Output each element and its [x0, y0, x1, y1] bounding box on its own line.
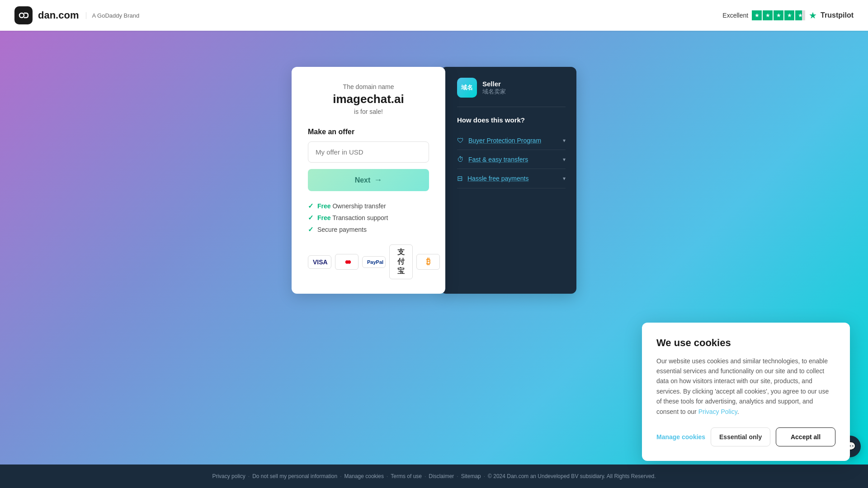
cookie-banner: We use cookies Our website uses cookies …: [642, 323, 850, 461]
footer-privacy-policy[interactable]: Privacy policy: [212, 473, 245, 479]
seller-panel: 域名 Seller 域名卖家 How does this work? 🛡 Buy…: [441, 67, 576, 294]
header: dan.com A GoDaddy Brand Excellent ★ ★ ★ …: [0, 0, 868, 31]
accordion-left-1: 🛡 Buyer Protection Program: [457, 136, 541, 144]
seller-header: 域名 Seller 域名卖家: [457, 78, 566, 107]
how-works-title: How does this work?: [457, 116, 566, 124]
payment-mastercard: ●●: [335, 254, 359, 270]
check-icon-3: ✓: [308, 225, 314, 234]
payment-visa: VISA: [308, 255, 331, 269]
feature-secure: ✓ Secure payments: [308, 225, 429, 234]
star-4: ★: [784, 10, 794, 20]
domain-status: is for sale!: [308, 108, 429, 115]
payment-paypal: PayPal: [362, 256, 386, 268]
offer-card: The domain name imagechat.ai is for sale…: [292, 67, 445, 294]
chevron-down-icon-2: ▾: [563, 156, 566, 163]
footer: Privacy policy · Do not sell my personal…: [0, 465, 868, 488]
buyer-protection-label: Buyer Protection Program: [468, 137, 541, 144]
accordion-buyer-protection-header[interactable]: 🛡 Buyer Protection Program ▾: [457, 136, 566, 144]
domain-name: imagechat.ai: [308, 92, 429, 106]
logo-area: dan.com A GoDaddy Brand: [14, 6, 139, 24]
accordion-left-3: ⊟ Hassle free payments: [457, 174, 528, 183]
cookie-actions: Manage cookies Essential only Accept all: [656, 427, 835, 446]
check-icon-2: ✓: [308, 214, 314, 222]
seller-info: Seller 域名卖家: [482, 80, 506, 96]
hassle-free-label: Hassle free payments: [467, 175, 528, 182]
footer-terms[interactable]: Terms of use: [391, 473, 422, 479]
chevron-down-icon-3: ▾: [563, 175, 566, 182]
footer-copyright: © 2024 Dan.com an Undeveloped BV subsidi…: [488, 473, 656, 479]
card-container: The domain name imagechat.ai is for sale…: [292, 67, 576, 294]
cookie-privacy-link[interactable]: Privacy Policy: [698, 408, 737, 415]
clock-icon: ⏱: [457, 155, 464, 163]
chevron-down-icon-1: ▾: [563, 137, 566, 144]
godaddy-brand: A GoDaddy Brand: [86, 12, 139, 19]
feature-free-1: Free: [317, 202, 331, 210]
accordion-fast-transfers-header[interactable]: ⏱ Fast & easy transfers ▾: [457, 155, 566, 163]
accept-all-button[interactable]: Accept all: [776, 427, 835, 446]
check-icon-1: ✓: [308, 202, 314, 210]
footer-manage-cookies[interactable]: Manage cookies: [344, 473, 384, 479]
footer-do-not-sell[interactable]: Do not sell my personal information: [252, 473, 337, 479]
payment-icons: VISA ●● PayPal 支付宝 ₿: [308, 244, 429, 279]
accordion-hassle-free[interactable]: ⊟ Hassle free payments ▾: [457, 169, 566, 188]
feature-ownership: ✓ Free Ownership transfer: [308, 202, 429, 210]
fast-transfers-label: Fast & easy transfers: [468, 156, 528, 163]
payment-crypto: ₿: [416, 254, 440, 270]
features-list: ✓ Free Ownership transfer ✓ Free Transac…: [308, 202, 429, 234]
footer-disclaimer[interactable]: Disclaimer: [429, 473, 454, 479]
accordion-buyer-protection[interactable]: 🛡 Buyer Protection Program ▾: [457, 131, 566, 150]
manage-cookies-button[interactable]: Manage cookies: [656, 433, 705, 441]
cookie-body: Our website uses cookies and similar tec…: [656, 356, 835, 417]
star-3: ★: [774, 10, 783, 20]
essential-only-button[interactable]: Essential only: [711, 427, 770, 446]
feature-secure-text: Secure payments: [317, 226, 367, 233]
payment-alipay: 支付宝: [389, 244, 413, 279]
feature-transaction: ✓ Free Transaction support: [308, 214, 429, 222]
accordion-fast-transfers[interactable]: ⏱ Fast & easy transfers ▾: [457, 150, 566, 169]
star-5: ★: [795, 10, 805, 20]
feature-free-2: Free: [317, 214, 331, 221]
accordion-hassle-free-header[interactable]: ⊟ Hassle free payments ▾: [457, 174, 566, 183]
logo-text: dan.com: [38, 9, 79, 21]
seller-subtitle: 域名卖家: [482, 88, 506, 96]
seller-avatar: 域名: [457, 78, 477, 98]
arrow-right-icon: →: [374, 175, 382, 185]
footer-links: Privacy policy · Do not sell my personal…: [212, 473, 656, 479]
shield-icon: 🛡: [457, 136, 464, 144]
dan-logo-icon: [14, 6, 33, 24]
avatar-text: 域名: [461, 84, 473, 91]
next-button[interactable]: Next →: [308, 169, 429, 191]
cookie-title: We use cookies: [656, 337, 835, 349]
footer-sitemap[interactable]: Sitemap: [461, 473, 481, 479]
trustpilot-area: Excellent ★ ★ ★ ★ ★ ★ Trustpilot: [722, 10, 854, 21]
offer-section-label: Make an offer: [308, 128, 429, 136]
next-button-label: Next: [355, 176, 371, 184]
domain-label: The domain name: [308, 83, 429, 90]
star-1: ★: [752, 10, 762, 20]
trustpilot-star-icon: ★: [809, 10, 817, 21]
trustpilot-label: Excellent: [722, 12, 748, 19]
offer-input[interactable]: [308, 141, 429, 163]
trustpilot-stars: ★ ★ ★ ★ ★: [752, 10, 805, 20]
svg-point-0: [19, 13, 24, 18]
payment-icon: ⊟: [457, 174, 463, 183]
accordion-left-2: ⏱ Fast & easy transfers: [457, 155, 528, 163]
trustpilot-logo: Trustpilot: [821, 11, 854, 19]
star-2: ★: [763, 10, 773, 20]
seller-title: Seller: [482, 80, 506, 88]
